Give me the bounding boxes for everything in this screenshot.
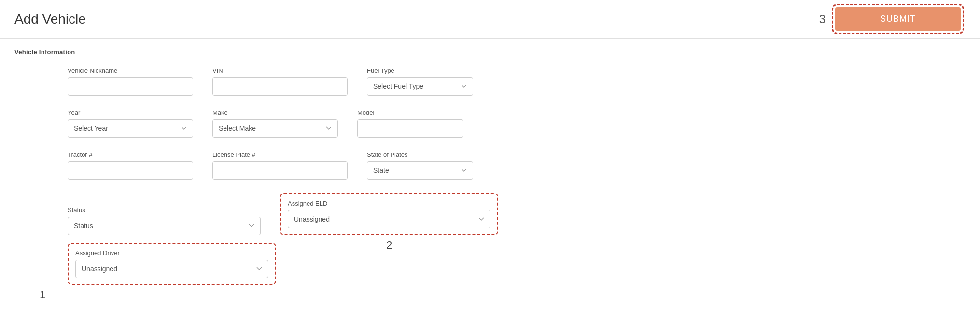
tractor-group: Tractor # (68, 151, 193, 180)
plate-input[interactable] (212, 161, 348, 180)
page-title: Add Vehicle (14, 12, 86, 27)
model-group: Model (357, 109, 463, 138)
status-group: Status Status (68, 207, 261, 235)
assigned-driver-select[interactable]: Unassigned (75, 260, 268, 278)
fuel-type-group: Fuel Type Select Fuel Type (367, 67, 473, 96)
year-group: Year Select Year (68, 109, 193, 138)
status-select[interactable]: Status (68, 217, 261, 235)
assigned-eld-group: Assigned ELD Unassigned (288, 200, 490, 228)
make-label: Make (212, 109, 338, 116)
plate-group: License Plate # (212, 151, 348, 180)
assigned-driver-highlight-box: Assigned Driver Unassigned 1 (68, 243, 276, 285)
state-label: State of Plates (367, 151, 473, 158)
submit-button[interactable]: SUBMIT (835, 7, 961, 31)
assigned-eld-label: Assigned ELD (288, 200, 490, 207)
section-label: Vehicle Information (14, 48, 966, 56)
vin-input[interactable] (212, 77, 348, 96)
vehicle-nickname-input[interactable] (68, 77, 193, 96)
tractor-input[interactable] (68, 161, 193, 180)
vin-label: VIN (212, 67, 348, 74)
assigned-driver-label: Assigned Driver (75, 250, 268, 257)
model-label: Model (357, 109, 463, 116)
assigned-driver-group: Assigned Driver Unassigned (75, 250, 268, 278)
make-select[interactable]: Select Make (212, 119, 338, 138)
fuel-type-select[interactable]: Select Fuel Type (367, 77, 473, 96)
step-number: 3 (819, 13, 826, 26)
vehicle-nickname-label: Vehicle Nickname (68, 67, 193, 74)
status-label: Status (68, 207, 261, 214)
assigned-eld-highlight-box: Assigned ELD Unassigned 2 (280, 193, 498, 235)
year-label: Year (68, 109, 193, 116)
annotation-2: 2 (386, 239, 392, 251)
plate-label: License Plate # (212, 151, 348, 158)
annotation-1: 1 (40, 289, 45, 301)
model-input[interactable] (357, 119, 463, 138)
fuel-type-label: Fuel Type (367, 67, 473, 74)
state-select[interactable]: State (367, 161, 473, 180)
make-group: Make Select Make (212, 109, 338, 138)
vehicle-nickname-group: Vehicle Nickname (68, 67, 193, 96)
vin-group: VIN (212, 67, 348, 96)
year-select[interactable]: Select Year (68, 119, 193, 138)
assigned-eld-select[interactable]: Unassigned (288, 210, 490, 228)
tractor-label: Tractor # (68, 151, 193, 158)
state-group: State of Plates State (367, 151, 473, 180)
